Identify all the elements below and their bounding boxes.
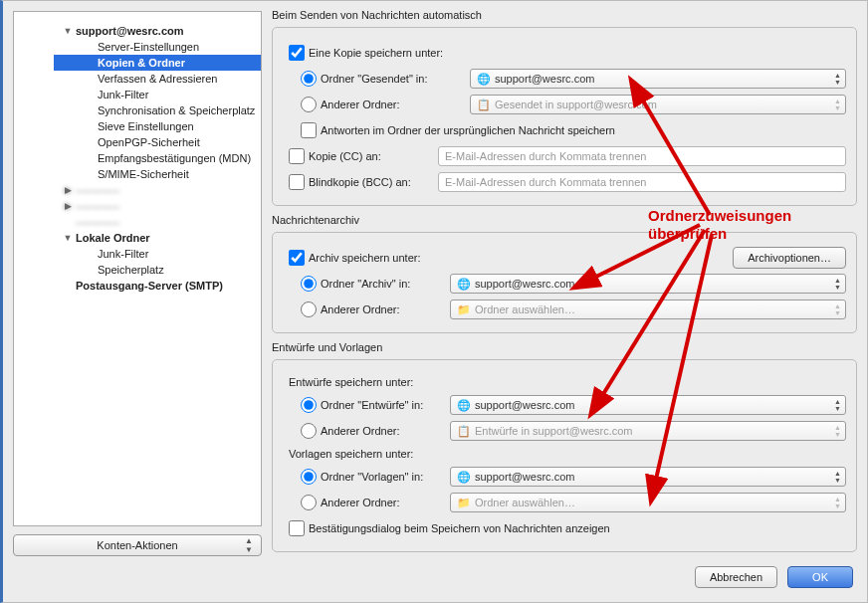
drafts-folder-radio[interactable] xyxy=(301,397,317,413)
tree-item[interactable]: Kopien & Ordner xyxy=(54,55,261,71)
tree-item[interactable]: ———— xyxy=(54,214,261,230)
tree-item-label: Synchronisation & Speicherplatz xyxy=(98,104,255,116)
sent-folder-radio[interactable] xyxy=(301,71,317,87)
sent-folder-combo[interactable]: 🌐 support@wesrc.com ▲▼ xyxy=(470,69,846,89)
tree-item[interactable]: Postausgang-Server (SMTP) xyxy=(54,278,261,294)
save-copy-checkbox[interactable] xyxy=(289,45,305,61)
updown-icon: ▲▼ xyxy=(834,398,841,412)
archive-other-radio[interactable] xyxy=(301,302,317,317)
globe-icon: 🌐 xyxy=(457,277,471,291)
sent-other-combo[interactable]: 📋 Gesendet in support@wesrc.com ▲▼ xyxy=(470,95,846,114)
drafts-head: Entwürfe speichern unter: xyxy=(289,376,846,388)
archive-section: Archiv speichern unter: Archivoptionen… … xyxy=(272,232,857,333)
drafts-folder-value: support@wesrc.com xyxy=(475,399,574,411)
tree-item[interactable]: Sieve Einstellungen xyxy=(54,118,261,134)
archive-save-checkbox[interactable] xyxy=(289,250,305,266)
sent-other-radio[interactable] xyxy=(301,97,317,112)
tree-item-label: Postausgang-Server (SMTP) xyxy=(76,280,223,292)
tree-item[interactable]: Junk-Filter xyxy=(54,246,261,262)
templates-other-combo[interactable]: 📁 Ordner auswählen… ▲▼ xyxy=(450,493,846,512)
tree-item-label: OpenPGP-Sicherheit xyxy=(98,136,200,148)
send-section-label: Beim Senden von Nachrichten automatisch xyxy=(272,11,857,21)
folder-icon: 📁 xyxy=(457,302,471,316)
archive-folder-label: Ordner "Archiv" in: xyxy=(321,278,450,290)
tree-item-label: Verfassen & Adressieren xyxy=(98,73,217,85)
tree-item[interactable]: Synchronisation & Speicherplatz xyxy=(54,102,261,118)
templates-other-value: Ordner auswählen… xyxy=(475,497,575,508)
updown-icon: ▲▼ xyxy=(834,496,841,509)
archive-options-button[interactable]: Archivoptionen… xyxy=(733,247,846,269)
folder-icon: 📋 xyxy=(477,98,491,111)
archive-save-label: Archiv speichern unter: xyxy=(309,252,421,264)
globe-icon: 🌐 xyxy=(477,72,491,86)
ok-button[interactable]: OK xyxy=(787,566,853,588)
account-tree[interactable]: ▼support@wesrc.comServer-EinstellungenKo… xyxy=(13,11,262,526)
tree-item[interactable]: Verfassen & Adressieren xyxy=(54,71,261,87)
tree-item[interactable]: ▶———— xyxy=(54,182,261,198)
drafts-other-value: Entwürfe in support@wesrc.com xyxy=(475,425,633,437)
globe-icon: 🌐 xyxy=(457,398,471,412)
cc-input[interactable]: E-Mail-Adressen durch Kommata trennen xyxy=(438,146,846,166)
chevron-down-icon: ▲▼ xyxy=(245,536,253,554)
sent-folder-label: Ordner "Gesendet" in: xyxy=(321,73,470,85)
bcc-label: Blindkopie (BCC) an: xyxy=(309,176,438,188)
account-actions-button[interactable]: Konten-Aktionen ▲▼ xyxy=(13,534,262,556)
templates-other-radio[interactable] xyxy=(301,495,317,510)
cancel-button[interactable]: Abbrechen xyxy=(695,566,777,588)
account-actions-label: Konten-Aktionen xyxy=(97,539,177,551)
updown-icon: ▲▼ xyxy=(834,302,841,316)
updown-icon: ▲▼ xyxy=(834,277,841,291)
archive-folder-combo[interactable]: 🌐 support@wesrc.com ▲▼ xyxy=(450,274,846,294)
drafts-folder-combo[interactable]: 🌐 support@wesrc.com ▲▼ xyxy=(450,395,846,415)
archive-folder-radio[interactable] xyxy=(301,276,317,292)
drafts-section-label: Entwürfe und Vorlagen xyxy=(272,341,857,353)
tree-item[interactable]: ▼Lokale Ordner xyxy=(54,230,261,246)
sent-folder-value: support@wesrc.com xyxy=(495,73,594,85)
bcc-checkbox[interactable] xyxy=(289,174,305,190)
templates-head: Vorlagen speichern unter: xyxy=(289,448,846,460)
folder-icon: 📋 xyxy=(457,424,471,438)
drafts-other-combo[interactable]: 📋 Entwürfe in support@wesrc.com ▲▼ xyxy=(450,421,846,441)
drafts-other-radio[interactable] xyxy=(301,423,317,439)
tree-item[interactable]: OpenPGP-Sicherheit xyxy=(54,134,261,150)
tree-item-label: support@wesrc.com xyxy=(76,25,184,37)
templates-folder-value: support@wesrc.com xyxy=(475,471,574,483)
updown-icon: ▲▼ xyxy=(834,72,841,86)
tree-item[interactable]: Server-Einstellungen xyxy=(54,39,261,55)
archive-other-label: Anderer Ordner: xyxy=(321,303,450,315)
cc-checkbox[interactable] xyxy=(289,148,305,164)
tree-item-label: Kopien & Ordner xyxy=(98,57,185,69)
tree-item-label: Sieve Einstellungen xyxy=(98,120,194,132)
templates-folder-radio[interactable] xyxy=(301,469,317,485)
templates-folder-combo[interactable]: 🌐 support@wesrc.com ▲▼ xyxy=(450,467,846,487)
updown-icon: ▲▼ xyxy=(834,98,841,111)
reply-in-orig-label: Antworten im Ordner der ursprünglichen N… xyxy=(321,124,615,136)
tree-item[interactable]: Speicherplatz xyxy=(54,262,261,278)
dialog-footer: Abbrechen OK xyxy=(3,556,867,602)
tree-item-label: Server-Einstellungen xyxy=(98,41,199,53)
updown-icon: ▲▼ xyxy=(834,470,841,484)
tree-item-label: Empfangsbestätigungen (MDN) xyxy=(98,152,251,164)
tree-item-label: Junk-Filter xyxy=(98,89,148,100)
confirm-save-checkbox[interactable] xyxy=(289,520,305,536)
tree-item-label: ———— xyxy=(76,184,119,196)
disclosure-icon: ▼ xyxy=(62,233,74,243)
globe-icon: 🌐 xyxy=(457,470,471,484)
tree-item-label: Speicherplatz xyxy=(98,264,164,276)
drafts-folder-label: Ordner "Entwürfe" in: xyxy=(321,399,450,411)
disclosure-icon: ▶ xyxy=(62,185,74,195)
sent-other-label: Anderer Ordner: xyxy=(321,99,470,110)
settings-content: Beim Senden von Nachrichten automatisch … xyxy=(272,11,857,556)
tree-item[interactable]: Junk-Filter xyxy=(54,87,261,102)
tree-item[interactable]: ▶———— xyxy=(54,198,261,214)
bcc-input[interactable]: E-Mail-Adressen durch Kommata trennen xyxy=(438,172,846,192)
confirm-save-label: Bestätigungsdialog beim Speichern von Na… xyxy=(309,522,610,534)
archive-other-combo[interactable]: 📁 Ordner auswählen… ▲▼ xyxy=(450,300,846,319)
tree-item[interactable]: ▼support@wesrc.com xyxy=(54,23,261,39)
tree-item-label: S/MIME-Sicherheit xyxy=(98,168,189,180)
tree-item[interactable]: S/MIME-Sicherheit xyxy=(54,166,261,182)
tree-item[interactable]: Empfangsbestätigungen (MDN) xyxy=(54,150,261,166)
save-copy-label: Eine Kopie speichern unter: xyxy=(309,47,443,59)
reply-in-orig-checkbox[interactable] xyxy=(301,122,317,138)
drafts-section: Entwürfe speichern unter: Ordner "Entwür… xyxy=(272,359,857,552)
